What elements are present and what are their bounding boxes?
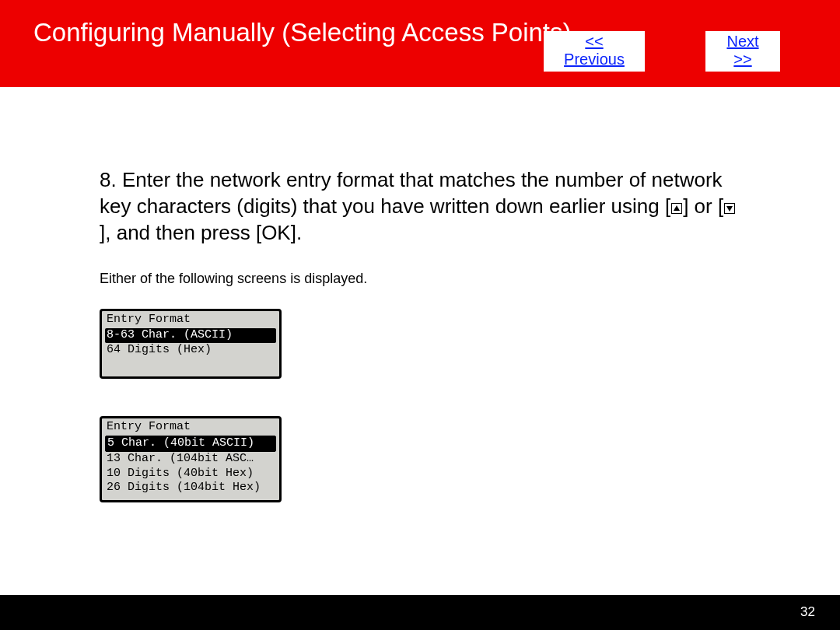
previous-button[interactable]: << Previous <box>544 31 645 72</box>
next-button[interactable]: Next >> <box>705 31 780 72</box>
page-title: Configuring Manually (Selecting Access P… <box>33 18 572 47</box>
lcd-screen-2: Entry Format 5 Char. (40bit ASCII) 13 Ch… <box>100 416 282 502</box>
lcd2-row-2: 10 Digits (40bit Hex) <box>102 467 279 481</box>
instruction-mid: ] or [ <box>683 194 723 218</box>
lcd2-title: Entry Format <box>102 420 279 436</box>
svg-marker-1 <box>726 206 733 212</box>
footer-bar: 32 <box>0 595 840 630</box>
subnote-text: Either of the following screens is displ… <box>100 271 793 287</box>
page-number: 32 <box>800 604 815 620</box>
lcd2-row-3: 26 Digits (104bit Hex) <box>102 481 279 495</box>
lcd2-row-0: 5 Char. (40bit ASCII) <box>105 436 276 452</box>
header-bar: Configuring Manually (Selecting Access P… <box>0 0 840 87</box>
instruction-text: 8. Enter the network entry format that m… <box>100 167 737 246</box>
instruction-lead: 8. Enter the network entry format that m… <box>100 168 723 218</box>
lcd-screen-1: Entry Format 8-63 Char. (ASCII) 64 Digit… <box>100 309 282 379</box>
up-arrow-icon <box>671 203 682 214</box>
lcd1-row-1: 64 Digits (Hex) <box>102 343 279 358</box>
svg-marker-0 <box>674 205 680 211</box>
down-arrow-icon <box>724 203 735 214</box>
lcd2-row-1: 13 Char. (104bit ASC… <box>102 452 279 467</box>
instruction-tail: ], and then press [OK]. <box>100 221 302 244</box>
lcd1-row-0: 8-63 Char. (ASCII) <box>105 328 276 343</box>
lcd1-title: Entry Format <box>102 313 279 328</box>
content-area: 8. Enter the network entry format that m… <box>100 167 793 540</box>
